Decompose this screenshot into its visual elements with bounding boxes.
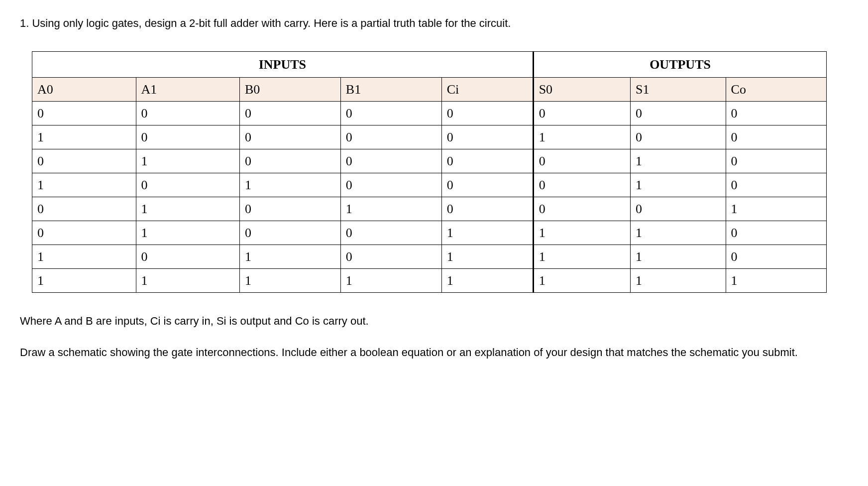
col-header: A0 xyxy=(32,78,136,102)
table-cell: 0 xyxy=(533,197,630,221)
col-header: B0 xyxy=(240,78,341,102)
table-cell: 0 xyxy=(340,245,441,269)
table-cell: 0 xyxy=(441,149,533,173)
table-cell: 0 xyxy=(726,221,827,245)
col-header: A1 xyxy=(136,78,240,102)
table-cell: 1 xyxy=(340,197,441,221)
table-row: 01001110 xyxy=(32,221,827,245)
table-cell: 0 xyxy=(533,173,630,197)
table-cell: 0 xyxy=(726,149,827,173)
table-cell: 0 xyxy=(32,197,136,221)
table-cell: 0 xyxy=(136,173,240,197)
table-cell: 1 xyxy=(32,125,136,149)
table-cell: 1 xyxy=(340,269,441,293)
table-cell: 1 xyxy=(631,245,726,269)
table-cell: 1 xyxy=(533,125,630,149)
table-cell: 1 xyxy=(631,149,726,173)
table-cell: 0 xyxy=(441,197,533,221)
table-cell: 0 xyxy=(32,221,136,245)
instruction-text: Draw a schematic showing the gate interc… xyxy=(20,344,826,361)
table-cell: 1 xyxy=(441,245,533,269)
table-cell: 1 xyxy=(240,173,341,197)
table-cell: 1 xyxy=(533,245,630,269)
col-header: B1 xyxy=(340,78,441,102)
table-cell: 0 xyxy=(726,173,827,197)
table-cell: 0 xyxy=(441,125,533,149)
table-cell: 0 xyxy=(340,221,441,245)
table-row: 10100010 xyxy=(32,173,827,197)
col-header: Ci xyxy=(441,78,533,102)
table-row: 10000100 xyxy=(32,125,827,149)
table-cell: 0 xyxy=(136,125,240,149)
table-cell: 1 xyxy=(441,269,533,293)
table-row: 11111111 xyxy=(32,269,827,293)
table-cell: 0 xyxy=(340,173,441,197)
table-cell: 0 xyxy=(240,125,341,149)
table-cell: 1 xyxy=(631,269,726,293)
table-cell: 0 xyxy=(631,102,726,125)
table-cell: 0 xyxy=(533,149,630,173)
table-cell: 0 xyxy=(240,221,341,245)
table-row: 10101110 xyxy=(32,245,827,269)
table-cell: 0 xyxy=(240,149,341,173)
col-header: S1 xyxy=(631,78,726,102)
col-header: S0 xyxy=(533,78,630,102)
table-cell: 0 xyxy=(240,102,341,125)
table-cell: 0 xyxy=(32,102,136,125)
table-cell: 1 xyxy=(533,221,630,245)
table-cell: 1 xyxy=(441,221,533,245)
table-cell: 0 xyxy=(726,102,827,125)
table-cell: 1 xyxy=(726,269,827,293)
table-cell: 1 xyxy=(136,149,240,173)
table-cell: 0 xyxy=(240,197,341,221)
table-cell: 1 xyxy=(240,245,341,269)
outputs-group-header: OUTPUTS xyxy=(533,52,827,78)
col-header: Co xyxy=(726,78,827,102)
table-cell: 0 xyxy=(726,125,827,149)
table-cell: 1 xyxy=(136,221,240,245)
table-row: 01010001 xyxy=(32,197,827,221)
table-cell: 0 xyxy=(136,245,240,269)
table-cell: 0 xyxy=(726,245,827,269)
table-cell: 0 xyxy=(340,102,441,125)
table-cell: 1 xyxy=(631,173,726,197)
table-cell: 1 xyxy=(631,221,726,245)
table-cell: 1 xyxy=(136,197,240,221)
table-cell: 0 xyxy=(631,125,726,149)
inputs-group-header: INPUTS xyxy=(32,52,534,78)
table-cell: 0 xyxy=(533,102,630,125)
description-text: Where A and B are inputs, Ci is carry in… xyxy=(20,313,848,329)
table-cell: 0 xyxy=(441,102,533,125)
table-cell: 1 xyxy=(32,269,136,293)
table-cell: 1 xyxy=(726,197,827,221)
table-cell: 0 xyxy=(136,102,240,125)
table-cell: 0 xyxy=(32,149,136,173)
table-cell: 0 xyxy=(340,149,441,173)
table-cell: 1 xyxy=(240,269,341,293)
table-cell: 1 xyxy=(32,245,136,269)
column-header-row: A0 A1 B0 B1 Ci S0 S1 Co xyxy=(32,78,827,102)
table-cell: 1 xyxy=(136,269,240,293)
truth-table: INPUTS OUTPUTS A0 A1 B0 B1 Ci S0 S1 Co 0… xyxy=(32,51,827,293)
table-cell: 0 xyxy=(340,125,441,149)
table-cell: 0 xyxy=(441,173,533,197)
table-row: 01000010 xyxy=(32,149,827,173)
question-text: 1. Using only logic gates, design a 2-bi… xyxy=(20,15,848,31)
table-cell: 1 xyxy=(533,269,630,293)
table-row: 00000000 xyxy=(32,102,827,125)
table-cell: 1 xyxy=(32,173,136,197)
table-cell: 0 xyxy=(631,197,726,221)
